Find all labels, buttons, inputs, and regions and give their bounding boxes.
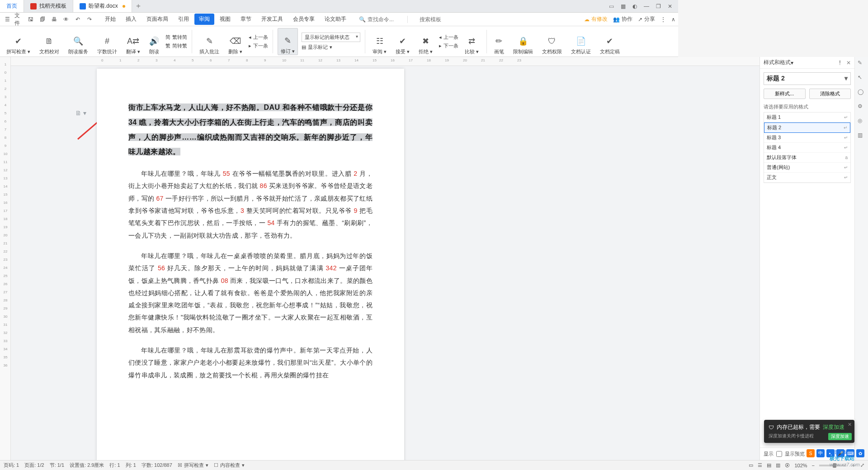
compare-button[interactable]: ⇄比较 ▾ <box>462 28 481 55</box>
ribbon-review: ✔拼写检查 ▾ 🗎文档校对 🔍朗读服务 #字数统计 A⇄翻译 ▾ 🔊朗读 简繁转… <box>0 26 678 57</box>
tab-home[interactable]: 首页 <box>0 0 24 12</box>
prev-comment-button[interactable]: ◂ 上一条 <box>249 34 268 41</box>
layout-toggle-icon[interactable]: ▭ <box>608 3 615 9</box>
menu-bar: ☰ 文件 🖫 🗐 🖶 👁 ↶ ↷ 开始 插入 页面布局 引用 审阅 视图 章节 … <box>0 13 678 26</box>
delete-comment-button[interactable]: ⌫删除 ▾ <box>226 28 245 55</box>
hamburger-icon[interactable]: ☰ <box>3 15 12 24</box>
menu-review[interactable]: 审阅 <box>194 14 214 25</box>
menu-insert[interactable]: 插入 <box>121 14 141 25</box>
more-menu-icon[interactable]: ⋮ <box>660 16 666 23</box>
read-button[interactable]: 🔊朗读 <box>146 28 162 55</box>
markup-display-dropdown[interactable]: 显示标记的最终状态 <box>302 33 360 42</box>
new-tab-button[interactable]: ＋ <box>132 0 145 12</box>
s2t-icon: 繁 <box>165 42 170 49</box>
insert-comment-icon: ✎ <box>206 35 213 47</box>
command-search[interactable]: 🔍 <box>359 16 404 23</box>
simp-to-trad-button[interactable]: 繁简转繁 <box>165 42 187 49</box>
lock-icon: 🔒 <box>518 35 528 47</box>
read-icon: 🔊 <box>149 35 159 47</box>
doke-icon <box>30 3 37 9</box>
doccheck-button[interactable]: 🗎文档校对 <box>37 28 62 55</box>
collab-button[interactable]: 👥协作 <box>613 15 632 23</box>
show-markup-button[interactable]: ▤ 显示标记 ▾ <box>302 44 360 51</box>
reject-change-button[interactable]: ✖拒绝 ▾ <box>416 28 435 55</box>
menu-view[interactable]: 视图 <box>215 14 235 25</box>
menu-page-layout[interactable]: 页面布局 <box>142 14 173 25</box>
template-search[interactable] <box>420 16 456 23</box>
prev-change-button[interactable]: ◂ 上一条 <box>439 34 458 41</box>
doc-final-button[interactable]: ✔文档定稿 <box>597 28 623 55</box>
title-bar: 首页 找稻壳模板 盼望着.docx ＋ ▭ ▦ ◐ — ❐ ✕ <box>0 0 678 13</box>
collab-icon: 👥 <box>613 16 620 23</box>
window-restore-icon[interactable]: ❐ <box>655 3 662 9</box>
tab-templates[interactable]: 找稻壳模板 <box>24 0 73 12</box>
accept-icon: ✔ <box>399 35 406 47</box>
review-pane-icon: ☷ <box>376 35 383 47</box>
window-controls: ▭ ▦ ◐ — ❐ ✕ <box>608 0 678 12</box>
accept-change-button[interactable]: ✔接受 ▾ <box>393 28 412 55</box>
delete-comment-icon: ⌫ <box>230 35 241 47</box>
translate-button[interactable]: A⇄翻译 ▾ <box>123 28 143 55</box>
unsaved-dot-icon <box>123 5 125 8</box>
workspace: 1012345678910111213141516171819202122232… <box>0 57 678 362</box>
doc-paragraph-3[interactable]: 年味儿在哪里？哦，年味儿在一桌桌香喷喷的菜肴里。腊月底，妈妈为过年的饭菜忙活了 … <box>128 250 373 336</box>
next-comment-button[interactable]: ▸ 下一条 <box>249 42 268 49</box>
collapse-ribbon-icon[interactable]: ∧ <box>671 16 675 23</box>
redo-icon[interactable]: ↷ <box>85 15 94 24</box>
pending-changes[interactable]: ☁有修改 <box>584 15 608 23</box>
window-close-icon[interactable]: ✕ <box>666 3 674 9</box>
doc-final-icon: ✔ <box>606 35 613 47</box>
share-icon: ↗ <box>638 16 642 23</box>
menu-member[interactable]: 会员专享 <box>288 14 319 25</box>
doc-auth-icon: 📄 <box>576 35 586 47</box>
next-change-button[interactable]: ▸ 下一条 <box>439 42 458 49</box>
restrict-edit-button[interactable]: 🔒限制编辑 <box>510 28 536 55</box>
share-button[interactable]: ↗分享 <box>638 15 655 23</box>
document-area: 01234567891011121314151617181920212223 🗎… <box>11 57 678 362</box>
doc-permission-button[interactable]: 🛡文档权限 <box>539 28 565 55</box>
page-options-icon[interactable]: 🗎 ▾ <box>75 109 86 117</box>
horizontal-ruler: 01234567891011121314151617181920212223 <box>11 57 678 66</box>
word-doc-icon <box>80 3 86 9</box>
wordcount-button[interactable]: #字数统计 <box>94 28 120 55</box>
menu-reference[interactable]: 引用 <box>174 14 193 25</box>
tab-document[interactable]: 盼望着.docx <box>73 0 132 12</box>
menu-devtools[interactable]: 开发工具 <box>257 14 288 25</box>
doc-heading-paragraph[interactable]: 街市上车水马龙，人山人海，好不热闹。DAU 和各种不错哦款十分还是你 34 瞧，… <box>128 100 373 160</box>
save-icon[interactable]: 🖫 <box>26 15 35 24</box>
doc-paragraph-4[interactable]: 年味儿在哪里？哦，年味儿在那震耳欲聋的爆竹声中。新年第一天零点开始，人们便没了睡… <box>128 344 373 362</box>
file-menu[interactable]: 文件 <box>14 15 24 24</box>
translate-icon: A⇄ <box>127 35 139 47</box>
template-search-input[interactable] <box>420 16 456 23</box>
reject-icon: ✖ <box>422 35 429 47</box>
document-page[interactable]: 🗎 ▾ 街市上车水马龙，人山人海，好不热闹。DAU 和各种不错哦款十分还是你 3… <box>97 69 404 362</box>
print-preview-icon[interactable]: 👁 <box>61 15 71 24</box>
langservice-button[interactable]: 🔍朗读服务 <box>66 28 91 55</box>
trad-to-simp-button[interactable]: 简繁转简 <box>165 34 187 41</box>
permission-icon: 🛡 <box>548 35 556 47</box>
search-icon: 🔍 <box>359 16 366 23</box>
save-as-icon[interactable]: 🗐 <box>38 15 47 24</box>
menu-paper[interactable]: 论文助手 <box>320 14 351 25</box>
undo-icon[interactable]: ↶ <box>73 15 82 24</box>
doc-paragraph-2[interactable]: 年味儿在哪里？哦，年味儿 55 在爷爷一幅幅笔墨飘香的对联里。进入腊 2 月，街… <box>128 168 373 242</box>
wordcount-icon: # <box>105 35 109 47</box>
compare-icon: ⇄ <box>468 35 475 47</box>
track-changes-button[interactable]: ✎修订 ▾ <box>278 28 298 55</box>
user-avatar-icon[interactable]: ◐ <box>631 3 638 9</box>
cloud-icon: ☁ <box>584 16 590 23</box>
command-search-input[interactable] <box>368 16 404 23</box>
vertical-ruler: 1012345678910111213141516171819202122232… <box>0 57 11 362</box>
track-changes-icon: ✎ <box>284 34 291 47</box>
menu-chapter[interactable]: 章节 <box>236 14 256 25</box>
doc-auth-button[interactable]: 📄文档认证 <box>568 28 594 55</box>
spellcheck-button[interactable]: ✔拼写检查 ▾ <box>4 28 33 55</box>
apps-icon[interactable]: ▦ <box>619 3 627 9</box>
window-minimize-icon[interactable]: — <box>643 3 650 9</box>
insert-comment-button[interactable]: ✎插入批注 <box>197 28 222 55</box>
spellcheck-icon: ✔ <box>15 35 22 47</box>
ink-button[interactable]: ✏画笔 <box>491 28 507 55</box>
menu-start[interactable]: 开始 <box>100 14 120 25</box>
print-icon[interactable]: 🖶 <box>50 15 59 24</box>
review-pane-button[interactable]: ☷审阅 ▾ <box>370 28 389 55</box>
